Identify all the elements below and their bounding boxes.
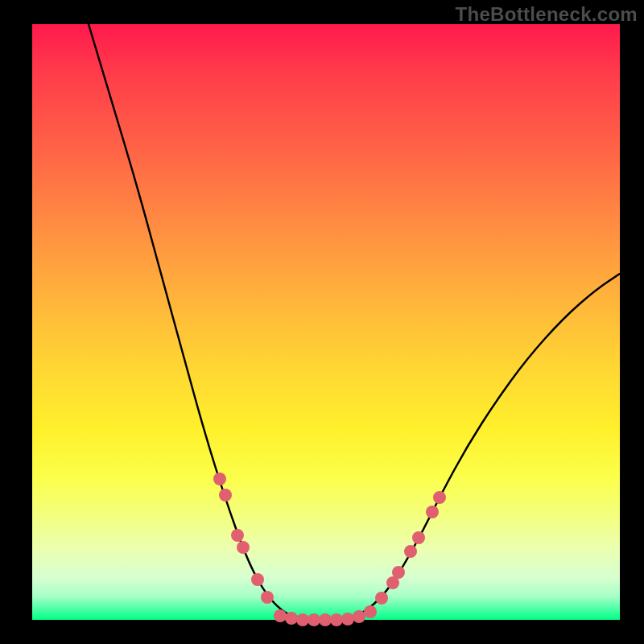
- marker-dot: [392, 566, 405, 579]
- marker-dot: [261, 591, 274, 604]
- marker-dot: [353, 610, 365, 623]
- chart-svg: [32, 24, 620, 620]
- marker-dot: [426, 506, 439, 518]
- right-slope-markers: [375, 491, 446, 605]
- marker-dot: [433, 491, 446, 504]
- marker-dot: [237, 541, 250, 554]
- marker-dot: [412, 531, 425, 544]
- left-slope-markers: [213, 473, 274, 604]
- marker-dot: [231, 529, 244, 542]
- marker-dot: [274, 609, 287, 622]
- marker-dot: [213, 473, 226, 485]
- marker-dot: [296, 613, 309, 626]
- flat-segment-markers: [274, 605, 377, 626]
- marker-dot: [251, 573, 264, 586]
- marker-dot: [341, 613, 354, 625]
- marker-dot: [330, 613, 343, 626]
- marker-dot: [364, 605, 377, 618]
- marker-dot: [308, 613, 320, 626]
- marker-dot: [219, 489, 232, 502]
- bottleneck-curve: [89, 24, 620, 620]
- marker-dot: [404, 545, 417, 558]
- marker-dot: [375, 592, 388, 605]
- marker-dot: [285, 612, 298, 625]
- chart-frame: TheBottleneck.com: [0, 0, 644, 644]
- watermark-text: TheBottleneck.com: [456, 3, 638, 26]
- marker-dot: [319, 613, 332, 626]
- chart-plot-area: [32, 24, 620, 620]
